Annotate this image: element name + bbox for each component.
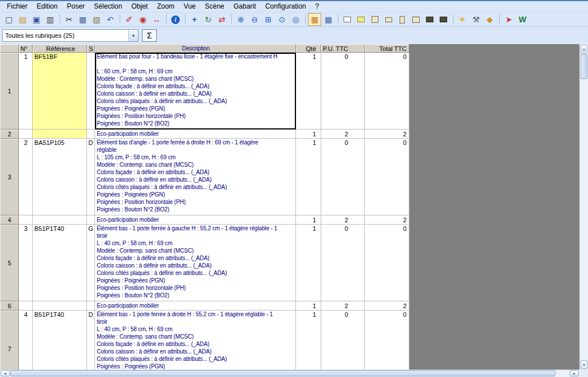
cabinet-wall-button[interactable]	[382, 13, 395, 26]
cell-unit-price[interactable]: 2	[321, 301, 365, 311]
cell-side[interactable]	[87, 215, 95, 225]
cell-qty[interactable]: 1	[296, 139, 321, 215]
alert-button[interactable]: ◆	[483, 13, 496, 26]
cut-button[interactable]: ✂	[62, 13, 76, 26]
cell-description[interactable]: Eco-participation mobilier	[95, 129, 296, 139]
cell-num[interactable]	[19, 215, 33, 225]
print-button[interactable]: ▥	[44, 13, 57, 26]
cell-side[interactable]	[87, 301, 95, 311]
word-export-button[interactable]: W	[516, 13, 529, 26]
cell-total-price[interactable]: 2	[365, 215, 409, 225]
view-plan-button[interactable]: ▦	[308, 13, 321, 26]
open-folder-button[interactable]: ▤	[16, 13, 29, 26]
header-s[interactable]: S	[87, 44, 95, 53]
cell-unit-price[interactable]: 2	[321, 215, 365, 225]
cell-num[interactable]	[19, 301, 33, 311]
cell-side[interactable]: D	[87, 311, 95, 370]
sum-button[interactable]: Σ	[142, 29, 157, 42]
cell-side[interactable]: D	[87, 139, 95, 215]
row-gutter[interactable]: 5	[0, 225, 19, 301]
header-pu[interactable]: P.U. TTC	[321, 44, 365, 53]
zoom-all-button[interactable]: ⊙	[275, 13, 289, 26]
cell-qty[interactable]: 1	[296, 301, 321, 311]
vertical-scrollbar[interactable]: ▲ ▼	[579, 44, 588, 370]
menu-item-vue[interactable]: Vue	[179, 1, 200, 12]
cell-description[interactable]: Eco-participation mobilier	[95, 301, 296, 311]
cell-description[interactable]: Eco-participation mobilier	[95, 215, 296, 225]
cell-reference[interactable]: B51P1T40	[33, 311, 87, 370]
sheet-yellow-button[interactable]	[354, 13, 368, 26]
cabinet-tall-button[interactable]	[396, 13, 409, 26]
row-gutter[interactable]: 1	[0, 53, 19, 129]
cell-unit-price[interactable]: 0	[321, 53, 365, 129]
mirror-button[interactable]: ⇄	[215, 13, 228, 26]
menu-item-poser[interactable]: Poser	[62, 1, 89, 12]
cell-num[interactable]: 4	[19, 311, 33, 370]
paste-button[interactable]: ▧	[90, 13, 103, 26]
menu-item-scene[interactable]: Scène	[200, 1, 229, 12]
row-gutter[interactable]: 4	[0, 215, 19, 225]
header-total[interactable]: Total TTC	[365, 44, 409, 53]
light-button[interactable]: ☀	[456, 13, 469, 26]
cabinet-base-button[interactable]	[368, 13, 381, 26]
cell-reference[interactable]: BF51BF	[33, 53, 87, 129]
camera-front-button[interactable]	[423, 13, 436, 26]
header-ref[interactable]: Référence	[33, 44, 87, 53]
cell-num[interactable]: 3	[19, 225, 33, 301]
scroll-down-button[interactable]: ▼	[581, 360, 587, 369]
cell-reference[interactable]: BA51P105	[33, 139, 87, 215]
vertical-scroll-thumb[interactable]	[581, 54, 587, 79]
menu-item-selection[interactable]: Sélection	[89, 1, 127, 12]
cell-total-price[interactable]: 0	[365, 311, 409, 370]
cell-description[interactable]: Élément bas pour four - 1 bandeau lisse …	[95, 53, 296, 129]
header-num[interactable]: N°	[19, 44, 33, 53]
zoom-in-button[interactable]: ⊕	[234, 13, 247, 26]
row-gutter[interactable]: 3	[0, 139, 19, 215]
cell-num[interactable]: 1	[19, 53, 33, 129]
cell-unit-price[interactable]: 0	[321, 139, 365, 215]
cell-total-price[interactable]: 2	[365, 301, 409, 311]
cell-side[interactable]	[87, 129, 95, 139]
cell-total-price[interactable]: 0	[365, 139, 409, 215]
horizontal-scrollbar[interactable]: ◄ ►	[0, 370, 579, 377]
cell-side[interactable]: G	[87, 225, 95, 301]
tools-button[interactable]: ⚒	[469, 13, 483, 26]
cell-total-price[interactable]: 0	[365, 225, 409, 301]
cell-unit-price[interactable]: 2	[321, 129, 365, 139]
horizontal-scroll-thumb[interactable]	[10, 370, 555, 376]
menu-item-fichier[interactable]: Fichier	[2, 1, 32, 12]
zoom-window-button[interactable]: ⊞	[262, 13, 275, 26]
pose-tool-button[interactable]: ✐	[123, 13, 136, 26]
row-gutter[interactable]: 6	[0, 301, 19, 311]
cell-description[interactable]: Élément bas - 1 porte ferrée à gauche H …	[95, 225, 296, 301]
zoom-previous-button[interactable]: ◎	[289, 13, 302, 26]
menu-item-zoom[interactable]: Zoom	[152, 1, 179, 12]
scroll-left-button[interactable]: ◄	[1, 370, 10, 376]
cell-total-price[interactable]: 2	[365, 129, 409, 139]
cell-qty[interactable]: 1	[296, 53, 321, 129]
camera-perspective-button[interactable]	[437, 13, 450, 26]
cell-reference[interactable]	[33, 215, 87, 225]
cell-description[interactable]: Élément bas d'angle - 1 porte ferrée à d…	[95, 139, 296, 215]
cell-qty[interactable]: 1	[296, 311, 321, 370]
scroll-right-button[interactable]: ►	[570, 370, 579, 376]
measure-button[interactable]: ↔	[150, 13, 163, 26]
cell-qty[interactable]: 1	[296, 129, 321, 139]
rotate-button[interactable]: ↻	[202, 13, 215, 26]
row-gutter[interactable]: 2	[0, 129, 19, 139]
new-file-button[interactable]: ▢	[2, 13, 15, 26]
cell-num[interactable]	[19, 129, 33, 139]
save-button[interactable]: ▣	[30, 13, 43, 26]
menu-item-help[interactable]: ?	[311, 1, 324, 12]
copy-button[interactable]: ▦	[76, 13, 89, 26]
scroll-up-button[interactable]: ▲	[581, 45, 587, 53]
menu-item-gabarit[interactable]: Gabarit	[229, 1, 261, 12]
row-gutter[interactable]: 7	[0, 311, 19, 370]
marker-button[interactable]: ◉	[136, 13, 149, 26]
cell-total-price[interactable]: 0	[365, 53, 409, 129]
pointer-export-button[interactable]: ➤	[502, 13, 515, 26]
view-elevation-button[interactable]: ▦	[322, 13, 335, 26]
header-desc[interactable]: Description	[95, 44, 296, 53]
cell-side[interactable]	[87, 53, 95, 129]
cell-reference[interactable]	[33, 129, 87, 139]
